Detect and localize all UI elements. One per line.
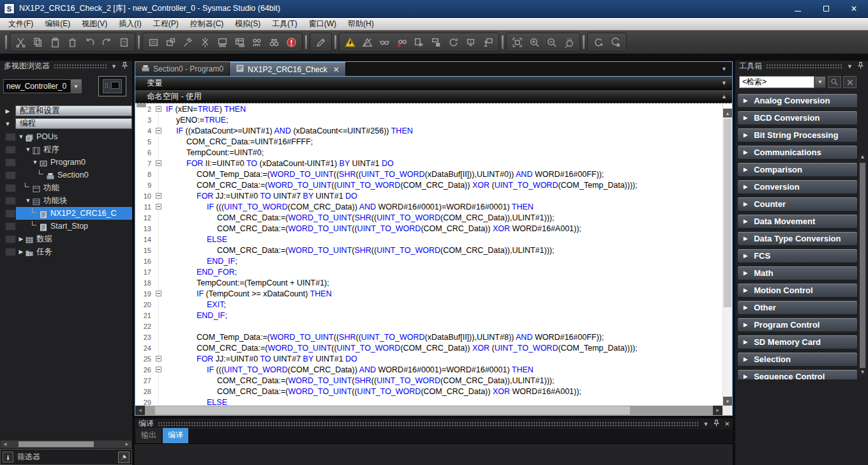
toolbox-category-sd-memory-card[interactable]: ▶SD Memory Card: [737, 335, 858, 349]
io-map-icon[interactable]: [248, 34, 266, 50]
menu-item[interactable]: 视图(V): [76, 17, 113, 31]
tab-list-chevron-icon[interactable]: ▼: [721, 66, 727, 72]
tree-item-program0[interactable]: ▼Program0: [0, 156, 132, 169]
editor-h-scrollbar[interactable]: ◄ ►: [135, 406, 732, 415]
tree-item--[interactable]: 功能: [0, 181, 132, 194]
code-line[interactable]: 20EXIT;: [135, 299, 722, 310]
sync-transfer-to-icon[interactable]: [590, 34, 607, 50]
menu-item[interactable]: 文件(F): [3, 17, 39, 31]
build-disabled-icon[interactable]: [359, 34, 376, 50]
edit-mode-icon[interactable]: [312, 34, 329, 50]
chevron-right-icon[interactable]: ▶: [0, 108, 15, 114]
toolbox-category-program-control[interactable]: ▶Program Control: [737, 317, 858, 332]
scroll-up-icon[interactable]: ▲: [723, 109, 732, 118]
code-line[interactable]: 3yENO:=TRUE;: [135, 114, 722, 125]
menu-item[interactable]: 工程(P): [147, 17, 184, 31]
fold-column[interactable]: [154, 291, 163, 296]
chevron-down-icon[interactable]: ▼: [70, 80, 81, 93]
chevron-down-icon[interactable]: ▼: [24, 197, 32, 204]
code-line[interactable]: 5COM_CRC_Data:=UINT#16#FFFF;: [135, 136, 722, 147]
toolbox-category-math[interactable]: ▶Math: [737, 266, 858, 280]
fold-collapse-icon[interactable]: [156, 106, 161, 112]
sync-transfer-from-icon[interactable]: [607, 34, 624, 50]
error-list-icon[interactable]: [283, 34, 300, 50]
toolbox-category-motion-control[interactable]: ▶Motion Control: [737, 283, 858, 298]
code-line[interactable]: 13COM_CRC_Data:=(WORD_TO_UINT((UINT_TO_W…: [135, 223, 722, 234]
toolbar-grip[interactable]: [5, 35, 7, 49]
zoom-out-icon[interactable]: [543, 34, 560, 50]
chevron-right-icon[interactable]: ▶: [17, 248, 25, 255]
toolbox-category-conversion[interactable]: ▶Conversion: [737, 179, 858, 194]
search-input[interactable]: [739, 76, 814, 88]
code-line[interactable]: 19IF (TempCount >= xDataCount) THEN: [135, 288, 722, 299]
watch-table-icon[interactable]: [231, 34, 248, 50]
toolbox-category-comparison[interactable]: ▶Comparison: [737, 162, 858, 177]
toolbox-category-bit-string-processing[interactable]: ▶Bit String Processing: [737, 128, 858, 142]
monitor-stop-icon[interactable]: [393, 34, 410, 50]
code-line[interactable]: 24COM_CRC_Data:=(WORD_TO_UINT((UINT_TO_W…: [135, 342, 722, 353]
scroll-up-icon[interactable]: ▲: [860, 154, 865, 162]
chevron-down-icon[interactable]: ▼: [814, 76, 826, 88]
minimize-button[interactable]: [784, 0, 812, 17]
variables-bar[interactable]: 变量 ▼: [135, 77, 732, 90]
toolbox-category-selection[interactable]: ▶Selection: [737, 352, 858, 367]
code-line[interactable]: 11IF (((UINT_TO_WORD(COM_CRC_Data)) AND …: [135, 201, 722, 212]
controller-select[interactable]: new_Controller_0 ▼: [3, 79, 82, 93]
view-3d-icon[interactable]: 3D: [145, 34, 162, 50]
fold-collapse-icon[interactable]: [156, 356, 161, 362]
fold-collapse-icon[interactable]: [156, 204, 161, 210]
toolbox-category-communications[interactable]: ▶Communications: [737, 145, 858, 160]
code-line[interactable]: 15COM_CRC_Data:=(WORD_TO_UINT(SHR((UINT_…: [135, 245, 722, 255]
tree-item-body[interactable]: Start_Stop: [16, 220, 132, 232]
cut-icon[interactable]: [12, 34, 29, 50]
tree-section-config[interactable]: ▶配置和设置: [0, 105, 132, 117]
tree-item-body[interactable]: ▼Program0: [16, 156, 132, 169]
code-line[interactable]: 26IF (((UINT_TO_WORD(COM_CRC_Data)) AND …: [135, 364, 722, 375]
zoom-fit-icon[interactable]: [509, 34, 526, 50]
chevron-down-icon[interactable]: ▼: [0, 121, 15, 127]
toolbox-category-other[interactable]: ▶Other: [737, 300, 858, 315]
fold-column[interactable]: [154, 160, 163, 166]
panel-tab-编译[interactable]: 编译: [163, 428, 188, 443]
code-line[interactable]: 17END_FOR;: [135, 266, 722, 277]
menu-item[interactable]: 插入(I): [113, 17, 147, 31]
code-line[interactable]: 8COM_Temp_Data:=(WORD_TO_UINT((SHR((UINT…: [135, 169, 722, 179]
scroll-thumb[interactable]: [860, 163, 865, 368]
fold-collapse-icon[interactable]: [156, 160, 161, 166]
tree-section-programming[interactable]: ▼编程: [0, 118, 132, 130]
fold-column[interactable]: [154, 106, 163, 112]
chevron-down-icon[interactable]: ▼: [721, 80, 727, 86]
tree-item-body[interactable]: 功能: [16, 181, 132, 194]
code-line[interactable]: 9COM_CRC_Data:=(WORD_TO_UINT((UINT_TO_WO…: [135, 179, 722, 190]
close-icon[interactable]: ×: [724, 420, 730, 428]
online-monitor-icon[interactable]: 1: [462, 34, 479, 50]
zoom-in-icon[interactable]: [526, 34, 543, 50]
toolbox-scrollbar[interactable]: ▲ ▼: [858, 154, 867, 377]
scroll-thumb[interactable]: [724, 119, 731, 307]
toolbox-category-data-type-conversion[interactable]: ▶Data Type Conversion: [737, 231, 858, 246]
chevron-down-icon[interactable]: ▼: [17, 133, 25, 140]
toolbar-grip[interactable]: [138, 35, 140, 49]
filter-bar[interactable]: i 筛选器: [0, 449, 132, 465]
code-line[interactable]: 18TempCount:=(TempCount + UINT#1);: [135, 277, 722, 288]
menu-item[interactable]: 控制器(C): [184, 17, 230, 31]
tree-item-body[interactable]: NX1P2_CRC16_C: [16, 207, 132, 220]
search-binoculars-icon[interactable]: [266, 34, 283, 50]
close-tab-icon[interactable]: ✕: [333, 65, 340, 74]
toolbar-grip[interactable]: [583, 35, 585, 49]
code-line[interactable]: 29ELSE: [135, 397, 722, 406]
toolbox-category-fcs[interactable]: ▶FCS: [737, 248, 858, 263]
menu-item[interactable]: 窗口(W): [303, 17, 342, 31]
monitor-glasses-icon[interactable]: [376, 34, 393, 50]
scroll-left-icon[interactable]: ◄: [135, 406, 145, 415]
fold-collapse-icon[interactable]: [156, 128, 161, 133]
toolbox-category-bcd-conversion[interactable]: ▶BCD Conversion: [737, 111, 858, 125]
st-code-editor[interactable]: 2IF (xEN=TRUE) THEN3yENO:=TRUE;4IF ((xDa…: [135, 103, 732, 406]
paste-icon[interactable]: [47, 34, 64, 50]
tree-item--[interactable]: ▼功能块: [0, 194, 132, 207]
refresh-icon[interactable]: [445, 34, 462, 50]
toolbox-category-analog-conversion[interactable]: ▶Analog Conversion: [737, 93, 858, 108]
pin-icon[interactable]: [857, 61, 865, 72]
toolbox-category-data-movement[interactable]: ▶Data Movement: [737, 214, 858, 229]
pin-toggle-icon[interactable]: [118, 452, 130, 463]
